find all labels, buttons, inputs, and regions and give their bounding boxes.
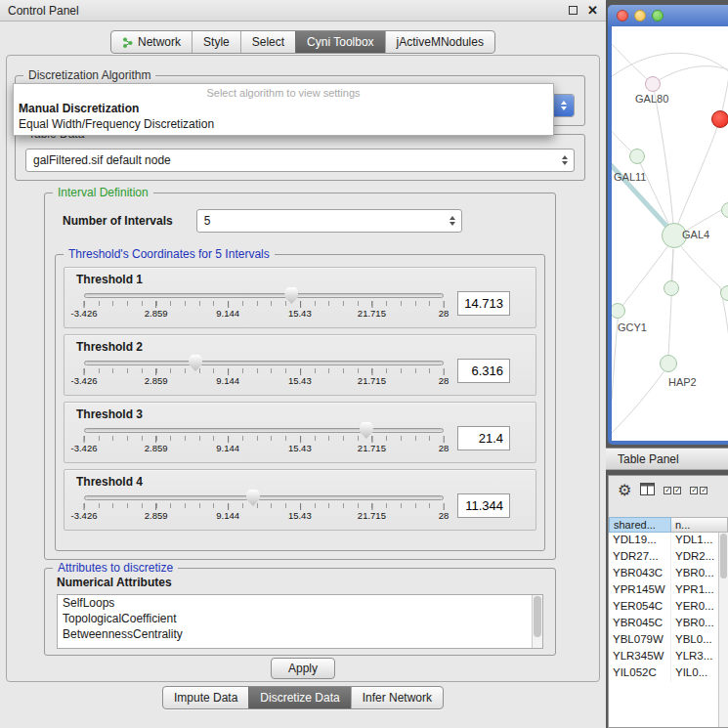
list-item[interactable]: SelfLoops xyxy=(58,595,542,611)
table-row[interactable]: YDL19...YDL1... xyxy=(609,533,718,549)
scale-label: 28 xyxy=(439,443,450,453)
table-scrollbar[interactable] xyxy=(718,533,728,727)
tab-network[interactable]: Network xyxy=(111,31,192,53)
table-row[interactable]: YBR043CYBR0... xyxy=(609,566,718,582)
number-of-intervals-combobox[interactable]: 5 xyxy=(196,209,462,233)
threshold-3-box: Threshold 3 -3.426 2.859 9.144 1 xyxy=(64,402,536,463)
column-header-shared[interactable]: shared... xyxy=(609,517,671,533)
scale-label: -3.426 xyxy=(71,375,98,386)
scale-label: 28 xyxy=(439,308,450,319)
tab-infer-network[interactable]: Infer Network xyxy=(351,687,443,708)
dropdown-option-manual-discretization[interactable]: Manual Discretization xyxy=(14,101,553,116)
table-row[interactable]: YDR27...YDR2... xyxy=(609,549,718,566)
interval-definition-group: Interval Definition Number of Intervals … xyxy=(44,193,556,560)
column-header-name[interactable]: n... xyxy=(671,517,728,533)
slider-track[interactable] xyxy=(84,428,444,433)
slider-ticks xyxy=(84,301,444,306)
table-panel-header: Table Panel xyxy=(606,448,728,470)
network-node-selected[interactable] xyxy=(711,110,728,128)
cell[interactable]: YDR27... xyxy=(609,549,671,566)
cell[interactable]: YDR2... xyxy=(671,549,718,566)
table-row[interactable]: YLR345WYLR3... xyxy=(609,649,718,665)
cell[interactable]: YIL052C xyxy=(609,665,671,682)
float-window-icon[interactable] xyxy=(569,6,578,15)
zoom-traffic-light-icon[interactable] xyxy=(652,10,664,21)
tab-jactivemodules[interactable]: jActiveMNodules xyxy=(385,31,494,53)
network-node[interactable] xyxy=(664,280,679,296)
table-body: YDL19...YDL1... YDR27...YDR2... YBR043CY… xyxy=(609,533,718,727)
cell[interactable]: YBR0... xyxy=(671,616,718,632)
apply-button[interactable]: Apply xyxy=(271,658,335,679)
network-window-titlebar[interactable] xyxy=(608,5,728,26)
table-data-combobox[interactable]: galFiltered.sif default node xyxy=(25,149,575,172)
threshold-3-slider[interactable]: -3.426 2.859 9.144 15.43 21.715 28 xyxy=(84,421,444,458)
table-row[interactable]: YBR045CYBR0... xyxy=(609,616,718,632)
slider-scale: -3.426 2.859 9.144 15.43 21.715 28 xyxy=(84,509,444,521)
list-item[interactable]: BetweennessCentrality xyxy=(58,626,542,642)
gear-icon[interactable]: ⚙ xyxy=(618,483,631,498)
table-row[interactable]: YBL079WYBL0... xyxy=(609,632,718,649)
cell[interactable]: YLR3... xyxy=(671,649,718,665)
tab-impute-data[interactable]: Impute Data xyxy=(163,687,248,708)
cell[interactable]: YER0... xyxy=(671,599,718,616)
thresholds-group: Threshold's Coordinates for 5 Intervals … xyxy=(55,254,545,551)
slider-track[interactable] xyxy=(84,495,444,500)
right-region: GAL80 GAL11 GAL4 GCY1 HAP2 Table Panel ⚙ xyxy=(606,0,728,728)
network-canvas[interactable]: GAL80 GAL11 GAL4 GCY1 HAP2 xyxy=(612,26,728,441)
network-icon xyxy=(122,37,133,48)
slider-track[interactable] xyxy=(84,361,444,365)
cell[interactable]: YBL079W xyxy=(609,632,671,649)
tab-infer-network-label: Infer Network xyxy=(363,691,432,705)
close-traffic-light-icon[interactable] xyxy=(617,10,628,21)
cell[interactable]: YER054C xyxy=(609,599,671,616)
tab-discretize-data[interactable]: Discretize Data xyxy=(248,687,350,708)
table-row[interactable]: YPR145WYPR1... xyxy=(609,582,718,599)
tab-select[interactable]: Select xyxy=(240,31,295,53)
cell[interactable]: YDL1... xyxy=(671,533,718,549)
control-panel: Control Panel ✕ xyxy=(0,0,606,728)
threshold-1-value-field[interactable] xyxy=(457,291,510,316)
threshold-1-slider[interactable]: -3.426 2.859 9.144 15.43 21.715 28 xyxy=(84,286,444,323)
cell[interactable]: YDL19... xyxy=(609,533,671,549)
tab-style[interactable]: Style xyxy=(192,31,240,53)
table-data-group: Table Data galFiltered.sif default node xyxy=(15,134,585,181)
select-all-columns-icon[interactable] xyxy=(664,487,681,494)
cell[interactable]: YPR145W xyxy=(609,582,671,599)
cell[interactable]: YIL0... xyxy=(671,665,718,682)
scrollbar-thumb[interactable] xyxy=(534,596,541,637)
network-view-window: GAL80 GAL11 GAL4 GCY1 HAP2 xyxy=(608,5,728,445)
slider-track[interactable] xyxy=(84,293,444,298)
threshold-2-slider[interactable]: -3.426 2.859 9.144 15.43 21.715 28 xyxy=(84,354,444,391)
dropdown-option-equal-width-frequency[interactable]: Equal Width/Frequency Discretization xyxy=(14,116,553,132)
threshold-4-value-field[interactable] xyxy=(457,493,510,518)
table-panel-window: ⚙ shared... n... YDL19...YDL1... YDR27..… xyxy=(608,475,728,728)
cell[interactable]: YBR0... xyxy=(671,566,718,582)
list-item[interactable]: TopologicalCoefficient xyxy=(58,611,542,626)
threshold-3-value-field[interactable] xyxy=(457,426,510,450)
node-label: GAL4 xyxy=(682,229,709,240)
table-row[interactable]: YER054CYER0... xyxy=(609,599,718,616)
tab-cyni-toolbox[interactable]: Cyni Toolbox xyxy=(295,31,384,53)
attributes-list-scrollbar[interactable] xyxy=(532,595,542,648)
table-header-row: shared... n... xyxy=(609,517,728,533)
combobox-arrows-icon xyxy=(444,216,461,226)
network-node[interactable] xyxy=(660,355,677,372)
minimize-traffic-light-icon[interactable] xyxy=(634,10,646,21)
network-node[interactable] xyxy=(645,76,661,92)
threshold-2-value-field[interactable] xyxy=(457,359,510,383)
scale-label: 9.144 xyxy=(216,375,239,386)
close-icon[interactable]: ✕ xyxy=(587,4,598,17)
cell[interactable]: YPR1... xyxy=(671,582,718,599)
attributes-list[interactable]: SelfLoops TopologicalCoefficient Between… xyxy=(57,594,543,649)
threshold-4-slider[interactable]: -3.426 2.859 9.144 15.43 21.715 28 xyxy=(84,489,444,526)
cell[interactable]: YLR345W xyxy=(609,649,671,665)
cell[interactable]: YBR045C xyxy=(609,616,671,632)
scrollbar-thumb[interactable] xyxy=(720,534,727,578)
slider-ticks xyxy=(84,503,444,508)
select-visible-columns-icon[interactable] xyxy=(690,487,707,494)
cell[interactable]: YBR043C xyxy=(609,566,671,582)
cell[interactable]: YBL0... xyxy=(671,632,718,649)
columns-layout-icon[interactable] xyxy=(640,482,655,499)
table-row[interactable]: YIL052CYIL0... xyxy=(609,665,718,682)
network-node[interactable] xyxy=(629,149,645,164)
